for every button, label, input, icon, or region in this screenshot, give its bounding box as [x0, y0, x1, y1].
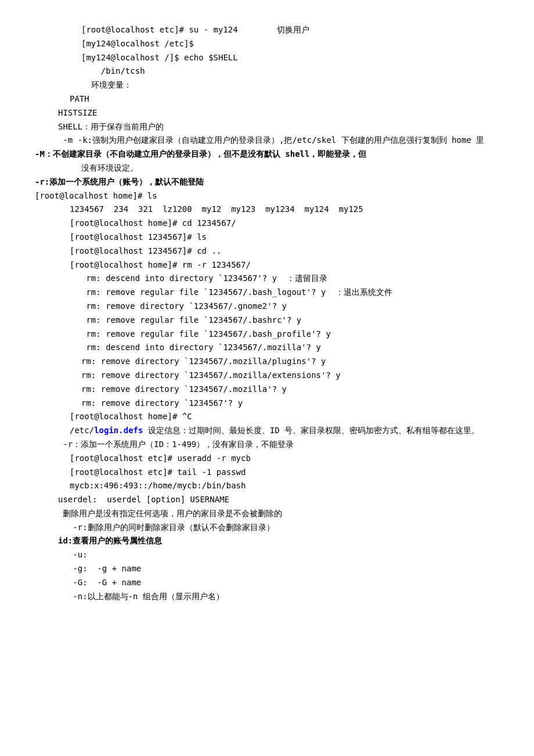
line-6: PATH: [35, 92, 499, 106]
line-14: [root@localhost home]# cd 1234567/: [35, 217, 499, 231]
line-38: -u:: [35, 548, 499, 562]
line-41: -n:以上都能与-n 组合用（显示用户名）: [35, 590, 499, 604]
line-13: 1234567 234 321 lz1200 my12 my123 my1234…: [35, 203, 499, 217]
line-26: rm: remove directory `1234567/.mozilla'?…: [35, 383, 499, 397]
line-10-part2: 没有环境设定。: [35, 161, 499, 175]
line-30: -r：添加一个系统用户（ID：1-499），没有家目录，不能登录: [35, 438, 499, 452]
line-5: 环境变量：: [35, 78, 499, 92]
line-10-part1: -M：不创建家目录（不自动建立用户的登录目录），但不是没有默认 shell，即能…: [35, 147, 499, 161]
line-32: [root@localhost etc]# tail -1 passwd: [35, 466, 499, 480]
main-content: [root@localhost etc]# su - my124 切换用户 [m…: [35, 23, 499, 603]
line-20: rm: remove directory `1234567/.gnome2'? …: [35, 300, 499, 314]
line-16: [root@localhost 1234567]# cd ..: [35, 244, 499, 258]
line-21: rm: remove regular file `1234567/.bashrc…: [35, 314, 499, 327]
line-12: [root@localhost home]# ls: [35, 189, 499, 203]
line-37: id:查看用户的账号属性信息: [35, 534, 499, 548]
line-23: rm: descend into directory `1234567/.moz…: [35, 341, 499, 355]
login-defs-link: login.defs: [94, 426, 143, 435]
line-2: [my124@localhost /etc]$: [35, 37, 499, 51]
line-15: [root@localhost 1234567]# ls: [35, 231, 499, 244]
line-19: rm: remove regular file `1234567/.bash_l…: [35, 286, 499, 300]
line-18: rm: descend into directory `1234567'? y …: [35, 272, 499, 286]
line-33: mycb:x:496:493::/home/mycb:/bin/bash: [35, 479, 499, 493]
line-28: [root@localhost home]# ^C: [35, 410, 499, 424]
line-34: userdel: userdel [option] USERNAME: [35, 493, 499, 507]
line-25: rm: remove directory `1234567/.mozilla/e…: [35, 369, 499, 383]
line-31: [root@localhost etc]# useradd -r mycb: [35, 452, 499, 466]
line-35: 删除用户是没有指定任何选项，用户的家目录是不会被删除的: [35, 507, 499, 521]
line-17: [root@localhost home]# rm -r 1234567/: [35, 258, 499, 272]
line-1: [root@localhost etc]# su - my124 切换用户: [35, 23, 499, 37]
line-8: SHELL：用于保存当前用户的: [35, 120, 499, 134]
line-27: rm: remove directory `1234567'? y: [35, 397, 499, 411]
line-39: -g: -g + name: [35, 562, 499, 576]
line-36: -r:删除用户的同时删除家目录（默认不会删除家目录）: [35, 521, 499, 535]
line-4: /bin/tcsh: [35, 64, 499, 78]
bold-minus-M: -M：不创建家目录: [35, 149, 102, 159]
line-3: [my124@localhost /]$ echo $SHELL: [35, 51, 499, 65]
line-22: rm: remove regular file `1234567/.bash_p…: [35, 327, 499, 341]
line-9: -m -k:强制为用户创建家目录（自动建立用户的登录目录）,把/etc/skel…: [35, 134, 499, 147]
line-7: HISTSIZE: [35, 106, 499, 120]
line-11: -r:添加一个系统用户（账号），默认不能登陆: [35, 175, 499, 189]
line-40: -G: -G + name: [35, 576, 499, 590]
line-24: rm: remove directory `1234567/.mozilla/p…: [35, 355, 499, 369]
line-29: /etc/login.defs 设定信息：过期时间、最短长度、ID 号、家目录权…: [35, 424, 499, 438]
